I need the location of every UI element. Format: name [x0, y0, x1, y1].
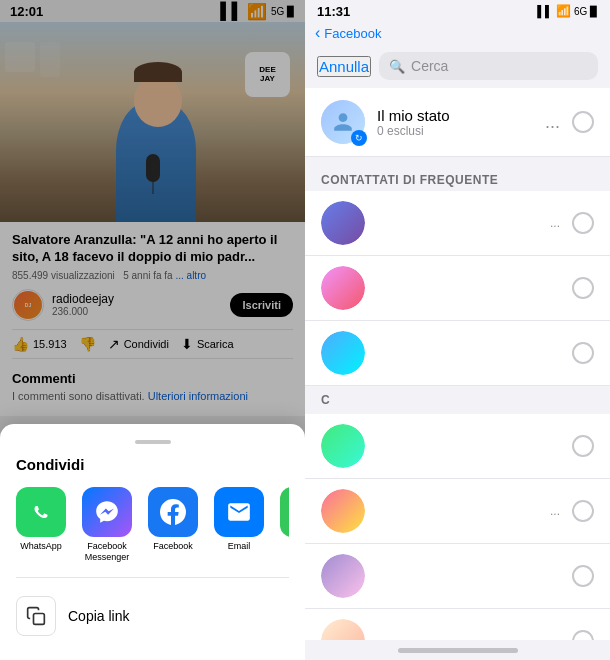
my-status-row[interactable]: ↻ Il mio stato 0 esclusi ... — [305, 88, 610, 157]
contacts-list: ... C — [305, 191, 610, 640]
copy-link-icon — [16, 596, 56, 636]
my-status-avatar: ↻ — [321, 100, 365, 144]
contact-row[interactable] — [305, 414, 610, 479]
right-wifi-icon: 📶 — [556, 4, 571, 18]
search-input-wrapper[interactable]: 🔍 Cerca — [379, 52, 598, 80]
right-panel: 11:31 ▌▌ 📶 6G ▉ ‹ Facebook Annulla 🔍 Cer… — [305, 0, 610, 660]
search-placeholder: Cerca — [411, 58, 448, 74]
contact-avatar-7 — [321, 619, 365, 640]
contact-avatar-3 — [321, 331, 365, 375]
contact-row[interactable] — [305, 609, 610, 640]
refresh-icon: ↻ — [351, 130, 367, 146]
contact-radio-4[interactable] — [572, 435, 594, 457]
contact-radio-1[interactable] — [572, 212, 594, 234]
share-app-whatsapp[interactable]: WhatsApp — [16, 487, 66, 563]
facebook-label: Facebook — [153, 541, 193, 552]
right-status-icons: ▌▌ 📶 6G ▉ — [537, 4, 598, 18]
contact-row[interactable] — [305, 321, 610, 386]
contact-radio-6[interactable] — [572, 565, 594, 587]
contact-avatar-1 — [321, 201, 365, 245]
copy-link-action[interactable]: Copia link — [16, 588, 289, 644]
status-more-button[interactable]: ... — [545, 112, 560, 133]
contact-avatar-4 — [321, 424, 365, 468]
frequent-header: CONTATTATI DI FREQUENTE — [305, 165, 610, 191]
my-status-section: ↻ Il mio stato 0 esclusi ... — [305, 88, 610, 157]
messenger-icon — [82, 487, 132, 537]
cancel-button[interactable]: Annulla — [317, 56, 371, 77]
contact-radio-5[interactable] — [572, 500, 594, 522]
home-indicator — [398, 648, 518, 653]
right-status-bar-top: 11:31 ▌▌ 📶 6G ▉ — [305, 0, 610, 22]
right-signal-icon: ▌▌ — [537, 5, 553, 17]
contact-row[interactable]: ... — [305, 191, 610, 256]
left-panel: 12:01 ▌▌ 📶 5G ▉ DEEJAY — [0, 0, 305, 660]
messenger-label: FacebookMessenger — [85, 541, 130, 563]
contact-row[interactable]: ... — [305, 479, 610, 544]
email-label: Email — [228, 541, 251, 552]
svg-rect-0 — [34, 614, 45, 625]
share-app-messages[interactable]: Mess... — [280, 487, 289, 563]
share-app-email[interactable]: Email — [214, 487, 264, 563]
contact-dots-5: ... — [550, 504, 560, 518]
right-time: 11:31 — [317, 4, 350, 19]
facebook-icon — [148, 487, 198, 537]
share-handle — [135, 440, 171, 444]
contact-avatar-5 — [321, 489, 365, 533]
bottom-bar — [305, 640, 610, 660]
share-sheet: Condividi WhatsApp FacebookMessenger — [0, 424, 305, 660]
email-icon — [214, 487, 264, 537]
whatsapp-icon — [16, 487, 66, 537]
contact-avatar-6 — [321, 554, 365, 598]
right-battery-icon: 6G ▉ — [574, 6, 598, 17]
section-divider: C — [305, 386, 610, 414]
copy-link-label: Copia link — [68, 608, 129, 624]
right-status-bar-area: 11:31 ▌▌ 📶 6G ▉ ‹ Facebook — [305, 0, 610, 44]
back-label: Facebook — [324, 26, 381, 41]
contact-row[interactable] — [305, 544, 610, 609]
contact-radio-3[interactable] — [572, 342, 594, 364]
share-actions: Copia link — [16, 577, 289, 644]
back-chevron-icon: ‹ — [315, 24, 320, 42]
status-subtitle: 0 esclusi — [377, 124, 533, 138]
contact-radio-2[interactable] — [572, 277, 594, 299]
share-app-facebook[interactable]: Facebook — [148, 487, 198, 563]
contact-row[interactable] — [305, 256, 610, 321]
contact-avatar-2 — [321, 266, 365, 310]
messages-icon — [280, 487, 289, 537]
share-title: Condividi — [16, 456, 289, 473]
status-info: Il mio stato 0 esclusi — [377, 107, 533, 138]
share-app-messenger[interactable]: FacebookMessenger — [82, 487, 132, 563]
search-icon: 🔍 — [389, 59, 405, 74]
whatsapp-label: WhatsApp — [20, 541, 62, 552]
status-name: Il mio stato — [377, 107, 533, 124]
share-apps: WhatsApp FacebookMessenger Facebook — [16, 487, 289, 563]
search-bar: Annulla 🔍 Cerca — [305, 44, 610, 88]
contact-radio-7[interactable] — [572, 630, 594, 640]
nav-back: ‹ Facebook — [305, 22, 610, 44]
contact-dots-1: ... — [550, 216, 560, 230]
status-radio[interactable] — [572, 111, 594, 133]
